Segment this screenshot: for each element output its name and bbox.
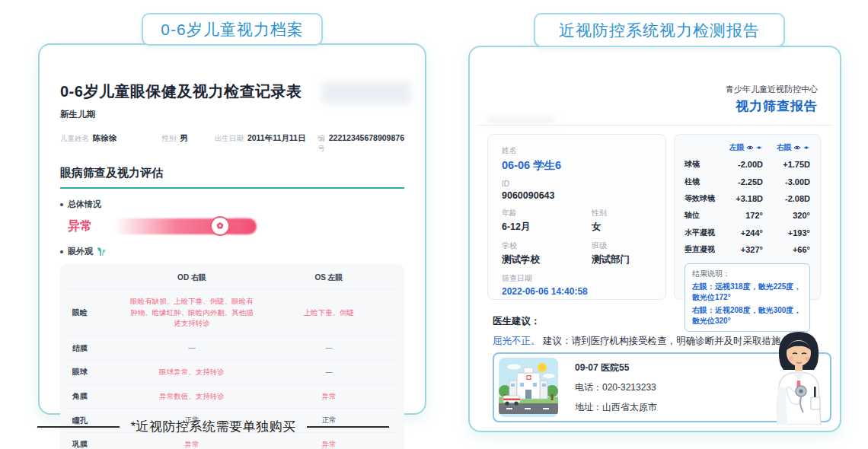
measure-label: 轴位 bbox=[685, 207, 716, 224]
label-screening-report-text: 近视防控系统视力检测报告 bbox=[559, 20, 760, 41]
row-os-value: — bbox=[261, 342, 397, 354]
footnote-line-left bbox=[37, 426, 120, 428]
doctor-illustration bbox=[764, 330, 834, 425]
table-row: 角膜 异常数值、支持转诊 异常 bbox=[68, 384, 397, 409]
exam-col-od: OD 右眼 bbox=[123, 272, 261, 283]
exam-table-header: OD 右眼 OS 左眼 bbox=[68, 266, 397, 289]
record-stage: 新生儿期 bbox=[60, 109, 404, 120]
measure-label: 球镜 bbox=[685, 156, 716, 173]
measure-left-value: +327° bbox=[716, 242, 763, 257]
alert-glyph-icon bbox=[215, 221, 225, 231]
section-title: 眼病筛查及视力评估 bbox=[60, 166, 404, 189]
label-vision-archive: 0-6岁儿童视力档案 bbox=[142, 13, 323, 46]
report-title: 视力筛查报告 bbox=[736, 97, 818, 115]
screening-date: 2022-06-06 14:40:58 bbox=[502, 286, 652, 297]
diagnosis-text: 屈光不正。 bbox=[493, 336, 541, 346]
field-record-number: 编号 22212345678909876 bbox=[318, 133, 404, 154]
redacted-detail-fade bbox=[231, 218, 257, 234]
result-note-title: 结果说明： bbox=[692, 269, 803, 279]
field-label: 出生日期 bbox=[215, 134, 244, 144]
measure-left-value: -2.25D bbox=[716, 174, 763, 189]
row-os-value: 异常 bbox=[261, 439, 397, 449]
student-age-block: 年龄 6-12月 bbox=[502, 208, 592, 240]
student-school: 测试学校 bbox=[502, 253, 592, 266]
footnote-line-right bbox=[307, 426, 389, 428]
measure-right-value: 320° bbox=[763, 208, 810, 223]
student-age-gender-row: 年龄 6-12月 性别 女 bbox=[502, 208, 652, 240]
measure-col-right-eye: 右眼 bbox=[763, 142, 810, 156]
measure-label: 垂直凝视 bbox=[685, 241, 716, 258]
field-child-name: 儿童姓名 陈徐徐 bbox=[60, 133, 162, 144]
student-class-label: 班级 bbox=[592, 240, 630, 251]
student-class: 测试部门 bbox=[592, 253, 630, 266]
measure-label: 水平凝视 bbox=[685, 224, 716, 241]
report-panels: 姓名 06-06 学生6 ID 9060090643 年龄 6-12月 性别 女 bbox=[487, 134, 821, 300]
measure-right-value: +1.75D bbox=[763, 157, 810, 172]
measure-col-left-eye: 左眼 bbox=[716, 142, 763, 156]
page: 0-6岁儿童视力档案 0-6岁儿童眼保健及视力检查记录表 新生儿期 儿童姓名 陈… bbox=[0, 0, 868, 449]
right-eye-label: 右眼 bbox=[777, 142, 792, 153]
field-value: 22212345678909876 bbox=[329, 133, 404, 142]
hospital-address: 地址：山西省太原市 bbox=[575, 401, 657, 414]
table-row: 眼球 眼球异常、支持转诊 — bbox=[68, 360, 397, 384]
divider bbox=[477, 125, 832, 126]
table-row: 结膜 — — bbox=[68, 336, 397, 360]
bullet-dot-icon bbox=[60, 203, 63, 206]
screening-date-label: 筛查日期 bbox=[502, 273, 652, 284]
report-org: 青少年儿童近视防控中心 bbox=[726, 84, 818, 95]
hospital-info: 09-07 医院55 电话：020-3213233 地址：山西省太原市 bbox=[575, 361, 657, 414]
measure-left-value: +244° bbox=[716, 225, 763, 240]
label-vision-archive-text: 0-6岁儿童视力档案 bbox=[161, 19, 303, 40]
student-name-label: 姓名 bbox=[502, 145, 652, 156]
measure-right-value: -2.08D bbox=[763, 191, 810, 206]
measure-left-value: +3.18D bbox=[716, 191, 763, 206]
student-id: 9060090643 bbox=[502, 190, 652, 201]
eye-outline-icon bbox=[793, 145, 801, 151]
student-class-block: 班级 测试部门 bbox=[592, 240, 630, 273]
row-od-value: 眼球异常、支持转诊 bbox=[123, 367, 261, 378]
field-gender: 性别 男 bbox=[162, 133, 215, 144]
measurements-table: 左眼 右眼 球镜 -2.00D +1.75D 柱镜 -2.25D -3.00D bbox=[685, 142, 810, 258]
redacted-badge bbox=[321, 81, 411, 104]
footnote-text: *近视防控系统需要单独购买 bbox=[130, 418, 295, 435]
report-card: 青少年儿童近视防控中心 视力筛查报告 姓名 06-06 学生6 ID 90600… bbox=[468, 46, 841, 432]
row-label: 角膜 bbox=[68, 391, 123, 402]
footnote: *近视防控系统需要单独购买 bbox=[0, 418, 426, 435]
status-abnormal: 异常 bbox=[68, 218, 92, 234]
hospital-illustration bbox=[499, 358, 558, 417]
student-age-label: 年龄 bbox=[502, 208, 592, 218]
eye-filled-icon bbox=[803, 145, 810, 151]
field-value: 男 bbox=[180, 133, 189, 144]
row-os-value: 上睑下垂、倒睫 bbox=[261, 307, 397, 319]
overall-status-label-text: 总体情况 bbox=[68, 199, 101, 210]
overall-status-label: 总体情况 bbox=[60, 199, 404, 210]
field-label: 性别 bbox=[162, 134, 177, 144]
eye-appearance-label-text: 眼外观 bbox=[68, 246, 93, 257]
row-od-value: 眼睑有缺损、上睑下垂、倒睫、眼睑有肿物、睑缘红肿、眼睑内外翻、其他描述支持转诊 bbox=[123, 296, 261, 330]
student-gender-label: 性别 bbox=[592, 208, 607, 218]
record-fields: 儿童姓名 陈徐徐 性别 男 出生日期 2011年11月11日 编号 222123… bbox=[60, 133, 404, 154]
faint-smudge bbox=[487, 117, 555, 123]
eye-appearance-label: 眼外观 bbox=[60, 246, 404, 257]
bullet-dot-icon bbox=[60, 250, 63, 253]
overall-status-row: 异常 bbox=[68, 216, 404, 236]
row-label: 巩膜 bbox=[68, 439, 123, 449]
row-od-value: 异常数值、支持转诊 bbox=[123, 391, 261, 403]
student-info-panel: 姓名 06-06 学生6 ID 9060090643 年龄 6-12月 性别 女 bbox=[487, 134, 666, 300]
student-gender: 女 bbox=[592, 221, 607, 234]
row-od-value: — bbox=[123, 342, 261, 354]
field-birthdate: 出生日期 2011年11月11日 bbox=[215, 133, 318, 144]
row-label: 结膜 bbox=[68, 343, 123, 354]
hospital-phone: 电话：020-3213233 bbox=[575, 381, 657, 394]
table-row: 眼睑 眼睑有缺损、上睑下垂、倒睫、眼睑有肿物、睑缘红肿、眼睑内外翻、其他描述支持… bbox=[68, 289, 397, 336]
advice-text: 建议：请到医疗机构接受检查，明确诊断并及时采取措施。 bbox=[543, 336, 790, 346]
student-school-block: 学校 测试学校 bbox=[502, 240, 592, 273]
label-screening-report: 近视防控系统视力检测报告 bbox=[534, 13, 785, 47]
field-value: 陈徐徐 bbox=[93, 133, 117, 144]
row-os-value: 异常 bbox=[261, 391, 397, 403]
student-id-label: ID bbox=[502, 180, 652, 188]
field-label: 儿童姓名 bbox=[60, 134, 89, 144]
measure-label: 柱镜 bbox=[685, 173, 716, 189]
measure-right-value: +66° bbox=[763, 242, 810, 257]
record-card: 0-6岁儿童眼保健及视力检查记录表 新生儿期 儿童姓名 陈徐徐 性别 男 出生日… bbox=[38, 43, 426, 415]
